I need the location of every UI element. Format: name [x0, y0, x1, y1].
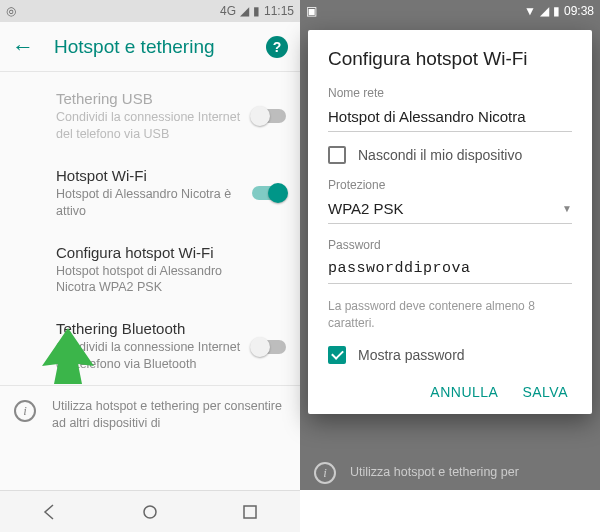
security-value: WPA2 PSK: [328, 200, 404, 217]
item-tethering-bluetooth[interactable]: Tethering Bluetooth Condividi la conness…: [0, 308, 300, 385]
background-info-row: i Utilizza hotspot e tethering per: [314, 460, 586, 484]
phone-settings-screen: ◎ 4G ◢ ▮ 11:15 ← Hotspot e tethering ? T…: [0, 0, 300, 532]
configure-hotspot-dialog: Configura hotspot Wi-Fi Nome rete Hotspo…: [308, 30, 592, 414]
info-icon: i: [14, 400, 36, 422]
back-icon[interactable]: ←: [12, 34, 34, 60]
hotspot-icon: ◎: [6, 4, 16, 18]
chevron-down-icon: ▼: [562, 203, 572, 214]
switch-bluetooth[interactable]: [252, 340, 286, 354]
item-configure-hotspot[interactable]: Configura hotspot Wi-Fi Hotspot hotspot …: [0, 232, 300, 309]
switch-wifi[interactable]: [252, 186, 286, 200]
hide-device-label: Nascondi il mio dispositivo: [358, 147, 522, 163]
clock: 09:38: [564, 4, 594, 18]
nav-home-icon[interactable]: [139, 501, 161, 523]
info-text: Utilizza hotspot e tethering per consent…: [52, 398, 286, 432]
network-name-field[interactable]: Hotspot di Alessandro Nicotra: [328, 104, 572, 132]
hide-device-checkbox[interactable]: [328, 146, 346, 164]
battery-icon: ▮: [253, 4, 260, 18]
background-info-text: Utilizza hotspot e tethering per: [350, 465, 519, 479]
save-button[interactable]: SALVA: [522, 384, 568, 400]
dialog-title: Configura hotspot Wi-Fi: [328, 48, 572, 70]
dialog-actions: ANNULLA SALVA: [328, 378, 572, 404]
switch-usb: [252, 109, 286, 123]
clock: 11:15: [264, 4, 294, 18]
password-label: Password: [328, 238, 572, 252]
nav-back-icon[interactable]: [39, 501, 61, 523]
item-title: Hotspot Wi-Fi: [56, 167, 244, 184]
app-bar: ← Hotspot e tethering ?: [0, 22, 300, 72]
password-hint: La password deve contenere almeno 8 cara…: [328, 298, 572, 332]
cancel-button[interactable]: ANNULLA: [430, 384, 498, 400]
nav-bar: [0, 490, 300, 532]
show-password-label: Mostra password: [358, 347, 465, 363]
network-name-label: Nome rete: [328, 86, 572, 100]
item-title: Tethering Bluetooth: [56, 320, 244, 337]
status-bar: ▣ ▼ ◢ ▮ 09:38: [300, 0, 600, 22]
battery-icon: ▮: [553, 4, 560, 18]
item-subtitle: Hotspot hotspot di Alessandro Nicotra WP…: [56, 263, 286, 297]
item-title: Tethering USB: [56, 90, 244, 107]
item-title: Configura hotspot Wi-Fi: [56, 244, 286, 261]
signal-icon: ◢: [540, 4, 549, 18]
wifi-icon: ▼: [524, 4, 536, 18]
item-subtitle: Hotspot di Alessandro Nicotra è attivo: [56, 186, 244, 220]
item-hotspot-wifi[interactable]: Hotspot Wi-Fi Hotspot di Alessandro Nico…: [0, 155, 300, 232]
show-password-row[interactable]: Mostra password: [328, 346, 572, 364]
phone-dialog-screen: ▣ ▼ ◢ ▮ 09:38 Configura hotspot Wi-Fi No…: [300, 0, 600, 532]
help-icon[interactable]: ?: [266, 36, 288, 58]
svg-rect-2: [244, 506, 256, 518]
info-row: i Utilizza hotspot e tethering per conse…: [0, 386, 300, 444]
item-subtitle: Condividi la connessione Internet del te…: [56, 109, 244, 143]
info-icon: i: [314, 462, 336, 484]
status-bar: ◎ 4G ◢ ▮ 11:15: [0, 0, 300, 22]
show-password-checkbox[interactable]: [328, 346, 346, 364]
item-tethering-usb: Tethering USB Condividi la connessione I…: [0, 78, 300, 155]
page-title: Hotspot e tethering: [54, 36, 266, 58]
hide-device-row[interactable]: Nascondi il mio dispositivo: [328, 146, 572, 164]
password-field[interactable]: passworddiprova: [328, 256, 572, 284]
item-subtitle: Condividi la connessione Internet del te…: [56, 339, 244, 373]
nav-recent-icon[interactable]: [239, 501, 261, 523]
signal-icon: ◢: [240, 4, 249, 18]
network-label: 4G: [220, 4, 236, 18]
modal-backdrop: Configura hotspot Wi-Fi Nome rete Hotspo…: [300, 22, 600, 490]
picture-icon: ▣: [306, 4, 317, 18]
svg-point-1: [144, 506, 156, 518]
security-dropdown[interactable]: WPA2 PSK ▼: [328, 196, 572, 224]
settings-list: Tethering USB Condividi la connessione I…: [0, 72, 300, 490]
security-label: Protezione: [328, 178, 572, 192]
